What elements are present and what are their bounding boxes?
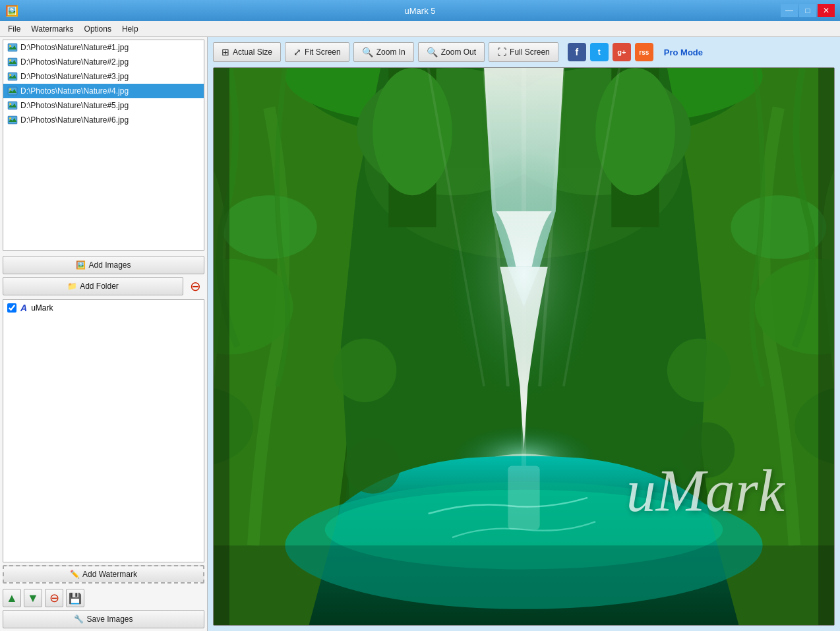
add-folder-icon: 📁 xyxy=(67,282,77,291)
file-item[interactable]: D:\Photos\Nature\Nature#3.jpg xyxy=(3,69,204,84)
add-watermark-icon: ✏️ xyxy=(70,570,80,579)
google-icon[interactable]: g+ xyxy=(613,43,631,61)
menu-options[interactable]: Options xyxy=(79,23,117,35)
file-icon xyxy=(7,115,18,125)
file-item[interactable]: D:\Photos\Nature\Nature#6.jpg xyxy=(3,113,204,127)
full-screen-button[interactable]: ⛶ Full Screen xyxy=(489,42,558,62)
facebook-icon[interactable]: f xyxy=(568,43,586,61)
bottom-controls: ✏️ Add Watermark ▲ ▼ ⊖ 💾 🔧 Save Images xyxy=(0,565,207,631)
svg-point-3 xyxy=(9,45,11,47)
zoom-in-icon: 🔍 xyxy=(362,47,373,57)
menu-watermarks[interactable]: Watermarks xyxy=(26,23,78,35)
actual-size-icon: ⊞ xyxy=(222,47,229,57)
view-toolbar: ⊞ Actual Size ⤢ Fit Screen 🔍 Zoom In 🔍 Z… xyxy=(213,42,835,62)
menu-file[interactable]: File xyxy=(3,23,26,35)
title-bar-left: 🖼️ xyxy=(5,5,18,17)
fit-screen-label: Fit Screen xyxy=(305,47,341,57)
add-images-row: 🖼️ Add Images xyxy=(3,256,204,274)
add-images-button[interactable]: 🖼️ Add Images xyxy=(3,256,204,274)
left-panel: D:\Photos\Nature\Nature#1.jpg D:\Photos\… xyxy=(0,37,208,631)
add-folder-label: Add Folder xyxy=(80,282,119,291)
svg-point-50 xyxy=(667,338,731,402)
file-path: D:\Photos\Nature\Nature#6.jpg xyxy=(20,115,129,125)
zoom-out-label: Zoom Out xyxy=(441,47,476,57)
actual-size-label: Actual Size xyxy=(233,47,272,57)
svg-rect-54 xyxy=(214,68,229,625)
maximize-button[interactable]: □ xyxy=(799,4,816,17)
watermark-item[interactable]: AuMark xyxy=(3,300,204,316)
file-path: D:\Photos\Nature\Nature#4.jpg xyxy=(20,86,129,96)
image-preview: uMark xyxy=(213,67,835,626)
file-icon xyxy=(7,86,18,96)
right-panel: ⊞ Actual Size ⤢ Fit Screen 🔍 Zoom In 🔍 Z… xyxy=(208,37,840,631)
menu-help[interactable]: Help xyxy=(117,23,144,35)
rss-icon[interactable]: rss xyxy=(635,43,653,61)
svg-rect-48 xyxy=(508,466,539,530)
full-screen-icon: ⛶ xyxy=(497,47,506,57)
add-watermark-label: Add Watermark xyxy=(82,570,137,579)
file-icon xyxy=(7,71,18,82)
file-path: D:\Photos\Nature\Nature#1.jpg xyxy=(20,43,129,52)
add-images-label: Add Images xyxy=(88,260,131,270)
pro-mode-link[interactable]: Pro Mode xyxy=(664,47,703,57)
svg-point-11 xyxy=(9,74,11,76)
svg-rect-56 xyxy=(214,545,834,625)
svg-point-7 xyxy=(9,59,11,61)
full-screen-label: Full Screen xyxy=(510,47,550,57)
svg-point-19 xyxy=(9,103,11,105)
watermark-label: uMark xyxy=(31,303,53,313)
file-icon xyxy=(7,57,18,67)
svg-point-52 xyxy=(679,422,735,478)
move-up-button[interactable]: ▲ xyxy=(3,589,21,607)
file-icon xyxy=(7,42,18,53)
watermarks-panel: AuMark xyxy=(3,299,204,562)
icon-buttons-row: ▲ ▼ ⊖ 💾 xyxy=(3,589,204,607)
file-buttons-area: 🖼️ Add Images 📁 Add Folder ⊖ xyxy=(0,253,207,297)
save-images-icon: 🔧 xyxy=(74,615,84,624)
add-watermark-button[interactable]: ✏️ Add Watermark xyxy=(3,565,204,584)
title-bar: 🖼️ uMark 5 — □ ✕ xyxy=(0,0,840,21)
svg-point-53 xyxy=(429,148,620,466)
minimize-button[interactable]: — xyxy=(781,4,798,17)
window-title: uMark 5 xyxy=(405,6,436,16)
window-controls: — □ ✕ xyxy=(781,4,835,17)
preview-image xyxy=(214,68,834,625)
menu-bar: File Watermarks Options Help xyxy=(0,21,840,37)
file-path: D:\Photos\Nature\Nature#5.jpg xyxy=(20,101,129,110)
file-path: D:\Photos\Nature\Nature#3.jpg xyxy=(20,72,129,81)
watermarks-list[interactable]: AuMark xyxy=(3,299,204,562)
actual-size-button[interactable]: ⊞ Actual Size xyxy=(213,42,281,62)
watermark-checkbox[interactable] xyxy=(7,303,16,313)
add-folder-button[interactable]: 📁 Add Folder xyxy=(3,277,183,295)
save-images-label: Save Images xyxy=(86,615,133,624)
svg-point-15 xyxy=(9,88,11,90)
zoom-in-button[interactable]: 🔍 Zoom In xyxy=(353,42,414,62)
fit-screen-button[interactable]: ⤢ Fit Screen xyxy=(285,42,349,62)
zoom-out-icon: 🔍 xyxy=(427,47,438,57)
save-images-button[interactable]: 🔧 Save Images xyxy=(3,610,204,628)
delete-watermark-button[interactable]: ⊖ xyxy=(45,589,63,607)
svg-rect-55 xyxy=(818,68,834,625)
save-watermark-button[interactable]: 💾 xyxy=(66,589,84,607)
close-button[interactable]: ✕ xyxy=(818,4,835,17)
watermark-type-icon: A xyxy=(20,303,27,313)
file-item[interactable]: D:\Photos\Nature\Nature#5.jpg xyxy=(3,98,204,113)
file-path: D:\Photos\Nature\Nature#2.jpg xyxy=(20,57,129,67)
file-item[interactable]: D:\Photos\Nature\Nature#4.jpg xyxy=(3,84,204,98)
add-folder-row: 📁 Add Folder ⊖ xyxy=(3,277,204,295)
twitter-icon[interactable]: t xyxy=(590,43,609,61)
file-item[interactable]: D:\Photos\Nature\Nature#2.jpg xyxy=(3,55,204,69)
file-list[interactable]: D:\Photos\Nature\Nature#1.jpg D:\Photos\… xyxy=(3,40,204,251)
add-images-icon: 🖼️ xyxy=(76,260,86,270)
svg-point-23 xyxy=(9,117,11,119)
svg-point-49 xyxy=(333,338,397,402)
main-layout: D:\Photos\Nature\Nature#1.jpg D:\Photos\… xyxy=(0,37,840,631)
fit-screen-icon: ⤢ xyxy=(293,47,301,57)
svg-point-51 xyxy=(345,438,401,494)
zoom-out-button[interactable]: 🔍 Zoom Out xyxy=(418,42,485,62)
remove-folder-button[interactable]: ⊖ xyxy=(186,277,204,295)
move-down-button[interactable]: ▼ xyxy=(24,589,42,607)
app-icon: 🖼️ xyxy=(5,5,18,17)
file-item[interactable]: D:\Photos\Nature\Nature#1.jpg xyxy=(3,40,204,55)
social-icons: f t g+ rss xyxy=(568,43,653,61)
